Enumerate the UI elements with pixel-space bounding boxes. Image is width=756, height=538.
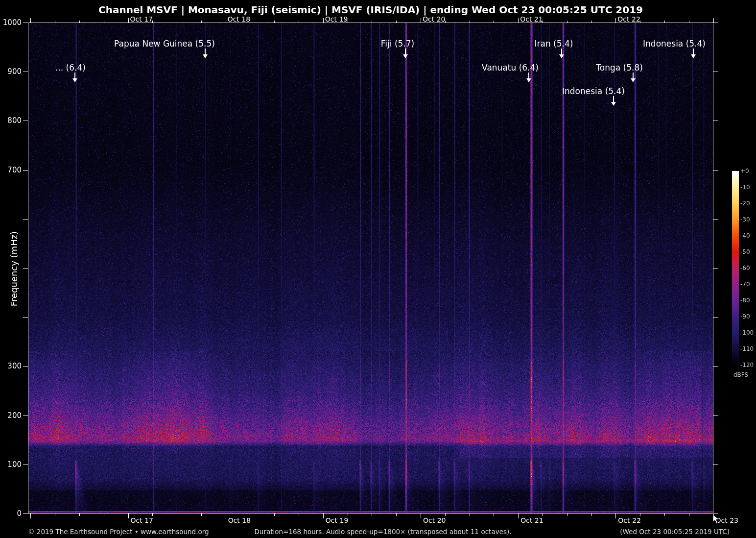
colorbar-tick-label: -20 [740,200,750,207]
down-arrow-icon [526,73,532,82]
y-axis-tick-label: 800 [0,116,22,125]
down-arrow-icon [559,49,565,58]
arrow-head [526,78,531,82]
colorbar-tick-label: +0 [740,168,749,174]
bottom-axis-date-label: Oct 20 [423,516,446,524]
bottom-axis-date-label: Oct 17 [131,516,153,524]
colorbar-tick-label: -60 [740,265,750,271]
arrow-head [611,102,616,106]
colorbar-tick-label: -100 [740,329,754,336]
arrow-head [631,78,636,82]
colorbar-tick-label: -90 [740,313,750,320]
down-arrow-icon [72,73,78,82]
colorbar-tick-label: -10 [740,184,750,191]
y-axis-title: Frequency (mHz) [9,225,19,313]
footer-duration: Duration=168 hours. Audio speed-up=1800×… [199,528,567,536]
top-axis-date-label: Oct 19 [325,15,348,23]
page-title: Channel MSVF | Monasavu, Fiji (seismic) … [0,4,741,16]
spectrogram-canvas [0,0,756,538]
down-arrow-icon [402,49,408,58]
colorbar-tick-label: -30 [740,216,750,223]
arrow-head [203,54,208,58]
top-axis-date-label: Oct 21 [520,15,543,23]
spectrogram-app: Channel MSVF | Monasavu, Fiji (seismic) … [0,0,756,538]
down-arrow-icon [690,49,696,58]
event-label: Tonga (5.8) [546,63,693,73]
colorbar-tick-label: -120 [740,362,754,368]
down-arrow-icon [611,96,616,106]
y-axis-tick-label: 0 [0,509,22,518]
y-axis-tick-label: 1000 [0,18,22,27]
colorbar-tick-label: -110 [740,345,754,352]
colorbar-tick-label: -80 [740,297,750,304]
colorbar-unit: dBFS [732,371,749,378]
event-label: Papua New Guinea (5.5) [91,39,238,49]
top-axis-date-label: Oct 18 [228,15,250,23]
y-axis-tick-label: 100 [0,460,22,469]
down-arrow-icon [202,49,208,58]
down-arrow-icon [630,73,636,82]
bottom-axis-date-label: Oct 18 [228,516,251,524]
colorbar-tick-label: -40 [740,232,750,239]
top-axis-date-label: Oct 20 [423,15,445,23]
mouse-cursor-icon [712,514,720,525]
arrow-head [691,54,696,58]
footer-timestamp: (Wed Oct 23 00:05:25 2019 UTC) [583,528,730,536]
colorbar-tick-label: -50 [740,248,750,255]
y-axis-tick-label: 200 [0,411,22,420]
y-axis-tick-label: 300 [0,362,22,370]
event-label: Indonesia (5.4) [601,39,748,49]
bottom-axis-date-label: Oct 22 [618,516,640,524]
bottom-axis-date-label: Oct 21 [520,516,543,524]
y-axis-tick-label: 700 [0,166,22,174]
footer-copyright: © 2019 The Earthsound Project • www.eart… [28,528,209,536]
arrow-head [403,54,408,58]
event-label: Indonesia (5.4) [520,86,667,96]
top-axis-date-label: Oct 17 [130,15,153,23]
arrow-head [559,54,564,58]
arrow-head [72,78,77,82]
event-label: Fiji (5.7) [324,39,471,49]
colorbar-tick-label: -70 [740,281,750,288]
event-label: ... (6.4) [0,63,144,73]
top-axis-date-label: Oct 22 [617,15,640,23]
bottom-axis-date-label: Oct 19 [326,516,348,524]
